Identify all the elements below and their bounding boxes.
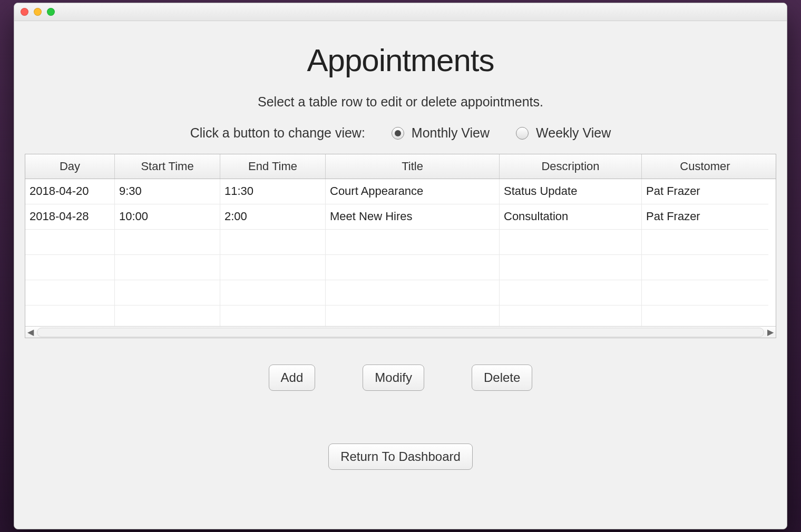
cell-title: [326, 230, 500, 255]
scroll-right-icon[interactable]: ▶: [765, 327, 776, 338]
close-icon[interactable]: [21, 8, 28, 16]
cell-start: [115, 255, 220, 280]
titlebar: [14, 3, 787, 21]
cell-description: [500, 280, 642, 306]
col-start-time[interactable]: Start Time: [115, 154, 220, 179]
cell-start: [115, 230, 220, 255]
zoom-icon[interactable]: [47, 8, 55, 16]
cell-customer: [642, 255, 768, 280]
modify-button[interactable]: Modify: [363, 364, 424, 391]
table-row[interactable]: 2018-04-2810:002:00Meet New HiresConsult…: [25, 204, 776, 230]
table-row[interactable]: [25, 280, 776, 306]
cell-start: [115, 306, 220, 326]
return-button[interactable]: Return To Dashboard: [328, 444, 473, 470]
action-buttons: Add Modify Delete: [19, 364, 782, 391]
radio-monthly-view[interactable]: Monthly View: [392, 125, 490, 141]
cell-day: 2018-04-20: [25, 179, 115, 204]
radio-weekly-view[interactable]: Weekly View: [516, 125, 611, 141]
table-row[interactable]: [25, 255, 776, 280]
cell-day: [25, 230, 115, 255]
table-row[interactable]: [25, 306, 776, 326]
view-switch-row: Click a button to change view: Monthly V…: [19, 125, 782, 141]
cell-day: 2018-04-28: [25, 204, 115, 230]
cell-title: Court Appearance: [326, 179, 500, 204]
cell-description: [500, 230, 642, 255]
cell-customer: Pat Frazer: [642, 204, 768, 230]
content-area: Appointments Select a table row to edit …: [14, 21, 787, 470]
scroll-track[interactable]: [37, 328, 764, 337]
cell-end: [220, 230, 326, 255]
radio-icon: [392, 127, 404, 140]
cell-title: Meet New Hires: [326, 204, 500, 230]
add-button[interactable]: Add: [269, 364, 316, 391]
col-end-time[interactable]: End Time: [220, 154, 326, 179]
cell-start: 10:00: [115, 204, 220, 230]
cell-end: 2:00: [220, 204, 326, 230]
cell-day: [25, 255, 115, 280]
cell-day: [25, 306, 115, 326]
cell-start: [115, 280, 220, 306]
scroll-left-icon[interactable]: ◀: [25, 327, 36, 338]
cell-start: 9:30: [115, 179, 220, 204]
horizontal-scrollbar[interactable]: ◀ ▶: [25, 326, 776, 338]
radio-weekly-label: Weekly View: [536, 125, 611, 141]
table-header: Day Start Time End Time Title Descriptio…: [25, 154, 776, 179]
cell-description: Status Update: [500, 179, 642, 204]
cell-description: [500, 306, 642, 326]
col-day[interactable]: Day: [25, 154, 115, 179]
cell-customer: [642, 280, 768, 306]
cell-end: 11:30: [220, 179, 326, 204]
col-title[interactable]: Title: [326, 154, 500, 179]
col-description[interactable]: Description: [500, 154, 642, 179]
cell-day: [25, 280, 115, 306]
app-window: Appointments Select a table row to edit …: [14, 3, 787, 529]
minimize-icon[interactable]: [34, 8, 42, 16]
cell-end: [220, 255, 326, 280]
cell-title: [326, 255, 500, 280]
page-hint: Select a table row to edit or delete app…: [19, 94, 782, 110]
cell-customer: Pat Frazer: [642, 179, 768, 204]
radio-icon: [516, 127, 529, 140]
cell-title: [326, 280, 500, 306]
cell-end: [220, 306, 326, 326]
cell-end: [220, 280, 326, 306]
cell-title: [326, 306, 500, 326]
appointments-table: Day Start Time End Time Title Descriptio…: [25, 154, 776, 338]
view-switch-label: Click a button to change view:: [190, 125, 365, 141]
cell-customer: [642, 230, 768, 255]
cell-customer: [642, 306, 768, 326]
cell-description: Consultation: [500, 204, 642, 230]
radio-monthly-label: Monthly View: [412, 125, 490, 141]
table-row[interactable]: [25, 230, 776, 255]
delete-button[interactable]: Delete: [472, 364, 532, 391]
table-row[interactable]: 2018-04-209:3011:30Court AppearanceStatu…: [25, 179, 776, 204]
col-customer[interactable]: Customer: [642, 154, 768, 179]
table-body: 2018-04-209:3011:30Court AppearanceStatu…: [25, 179, 776, 326]
page-title: Appointments: [19, 42, 782, 78]
cell-description: [500, 255, 642, 280]
